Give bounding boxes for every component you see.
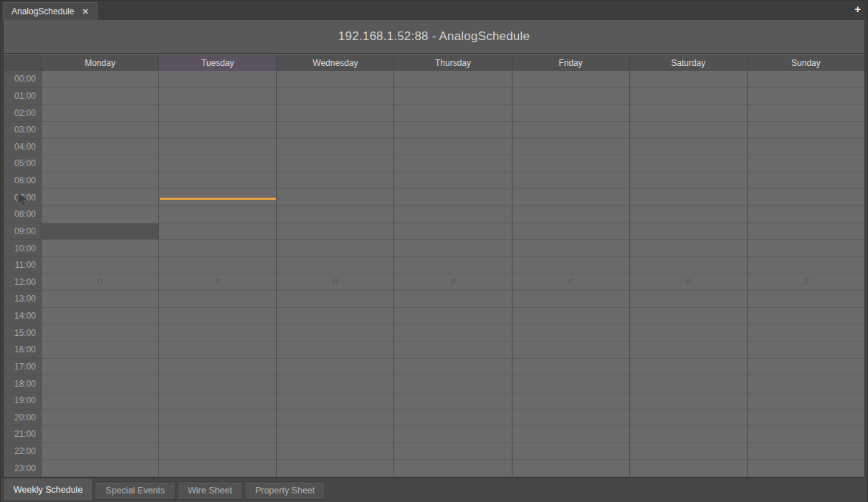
schedule-cell[interactable] xyxy=(630,173,747,190)
schedule-cell[interactable] xyxy=(512,257,629,274)
schedule-cell[interactable] xyxy=(630,410,747,427)
schedule-cell[interactable] xyxy=(159,291,276,308)
schedule-cell[interactable] xyxy=(512,460,629,477)
schedule-cell[interactable] xyxy=(748,375,864,392)
schedule-cell[interactable] xyxy=(512,206,629,223)
schedule-event-line[interactable] xyxy=(160,198,276,200)
schedule-cell[interactable]: 0 xyxy=(277,274,394,291)
schedule-cell[interactable] xyxy=(748,426,864,443)
schedule-cell[interactable] xyxy=(394,291,511,308)
day-header-saturday[interactable]: Saturday xyxy=(629,55,747,71)
schedule-cell[interactable] xyxy=(512,155,629,173)
schedule-cell[interactable] xyxy=(630,105,747,122)
schedule-cell[interactable] xyxy=(277,71,394,88)
schedule-cell[interactable] xyxy=(159,71,276,88)
schedule-cell[interactable] xyxy=(277,240,394,257)
schedule-cell[interactable] xyxy=(42,240,158,257)
schedule-cell[interactable] xyxy=(512,426,629,443)
schedule-cell[interactable] xyxy=(42,139,158,156)
schedule-cell[interactable] xyxy=(748,392,864,410)
schedule-cell[interactable] xyxy=(42,189,158,206)
schedule-cell[interactable] xyxy=(394,122,511,139)
schedule-cell[interactable]: 0 xyxy=(512,274,629,291)
schedule-cell[interactable] xyxy=(277,308,394,325)
schedule-cell[interactable] xyxy=(748,105,864,122)
schedule-cell[interactable] xyxy=(159,257,276,274)
tab-close-icon[interactable]: ✕ xyxy=(82,8,88,16)
schedule-cell[interactable] xyxy=(394,240,511,257)
schedule-cell[interactable] xyxy=(277,375,394,392)
schedule-cell[interactable] xyxy=(394,88,511,105)
new-tab-icon[interactable]: + xyxy=(854,4,861,14)
schedule-cell[interactable] xyxy=(277,257,394,274)
schedule-cell[interactable] xyxy=(748,443,864,460)
schedule-cell[interactable] xyxy=(512,443,629,460)
schedule-cell[interactable] xyxy=(394,359,511,376)
schedule-cell[interactable] xyxy=(277,342,394,359)
schedule-cell[interactable] xyxy=(512,223,629,241)
schedule-cell[interactable] xyxy=(42,291,158,308)
schedule-cell[interactable] xyxy=(630,155,747,173)
schedule-cell[interactable] xyxy=(277,291,394,308)
schedule-cell[interactable] xyxy=(159,139,276,156)
schedule-cell[interactable] xyxy=(630,359,747,376)
schedule-cell[interactable] xyxy=(277,206,394,223)
schedule-cell[interactable] xyxy=(512,342,629,359)
schedule-cell[interactable] xyxy=(42,460,158,477)
schedule-cell[interactable] xyxy=(159,223,276,241)
schedule-cell[interactable] xyxy=(159,173,276,190)
schedule-cell[interactable] xyxy=(42,375,158,392)
schedule-cell[interactable] xyxy=(394,342,511,359)
schedule-cell[interactable] xyxy=(630,206,747,223)
schedule-cell[interactable] xyxy=(159,460,276,477)
day-header-friday[interactable]: Friday xyxy=(512,55,629,71)
schedule-cell[interactable]: 0 xyxy=(159,274,276,291)
schedule-cell[interactable] xyxy=(630,257,747,274)
schedule-cell[interactable] xyxy=(394,308,511,325)
day-header-wednesday[interactable]: Wednesday xyxy=(276,55,394,71)
schedule-cell[interactable] xyxy=(277,155,394,173)
schedule-cell[interactable] xyxy=(630,460,747,477)
schedule-cell[interactable] xyxy=(748,291,864,308)
schedule-cell[interactable] xyxy=(630,122,747,139)
schedule-cell[interactable] xyxy=(394,139,511,156)
bottom-tab-special-events[interactable]: Special Events xyxy=(95,481,176,500)
schedule-cell[interactable] xyxy=(394,173,511,190)
schedule-cell[interactable] xyxy=(394,189,511,206)
schedule-cell[interactable] xyxy=(42,359,158,376)
bottom-tab-wire-sheet[interactable]: Wire Sheet xyxy=(177,481,243,500)
day-header-tuesday[interactable]: Tuesday xyxy=(158,55,276,71)
schedule-cell[interactable] xyxy=(748,359,864,376)
schedule-cell[interactable] xyxy=(512,88,629,105)
document-tab-analogschedule[interactable]: AnalogSchedule ✕ xyxy=(3,2,97,20)
schedule-cell[interactable] xyxy=(277,223,394,241)
schedule-cell[interactable] xyxy=(512,240,629,257)
schedule-cell[interactable] xyxy=(748,308,864,325)
schedule-cell[interactable] xyxy=(42,173,158,190)
schedule-cell[interactable] xyxy=(277,88,394,105)
schedule-cell[interactable] xyxy=(512,139,629,156)
schedule-cell[interactable] xyxy=(630,342,747,359)
schedule-cell[interactable] xyxy=(159,122,276,139)
schedule-cell[interactable] xyxy=(277,173,394,190)
schedule-cell[interactable] xyxy=(512,392,629,410)
bottom-tab-weekly-schedule[interactable]: Weekly Schedule xyxy=(3,478,93,501)
schedule-cell[interactable] xyxy=(394,71,511,88)
schedule-cell[interactable] xyxy=(630,443,747,460)
schedule-cell[interactable] xyxy=(394,426,511,443)
schedule-cell[interactable] xyxy=(277,410,394,427)
schedule-cell[interactable] xyxy=(42,443,158,460)
schedule-cell[interactable] xyxy=(748,240,864,257)
schedule-cell[interactable] xyxy=(159,426,276,443)
schedule-cell[interactable] xyxy=(748,410,864,427)
schedule-cell[interactable] xyxy=(512,122,629,139)
schedule-cell[interactable] xyxy=(42,105,158,122)
schedule-cell[interactable]: 0 xyxy=(394,274,511,291)
schedule-cell[interactable] xyxy=(42,206,158,223)
schedule-cell[interactable] xyxy=(159,342,276,359)
schedule-cell[interactable] xyxy=(394,223,511,241)
schedule-cell[interactable] xyxy=(42,410,158,427)
day-header-monday[interactable]: Monday xyxy=(41,55,158,71)
schedule-cell[interactable] xyxy=(512,410,629,427)
schedule-cell[interactable] xyxy=(748,71,864,88)
